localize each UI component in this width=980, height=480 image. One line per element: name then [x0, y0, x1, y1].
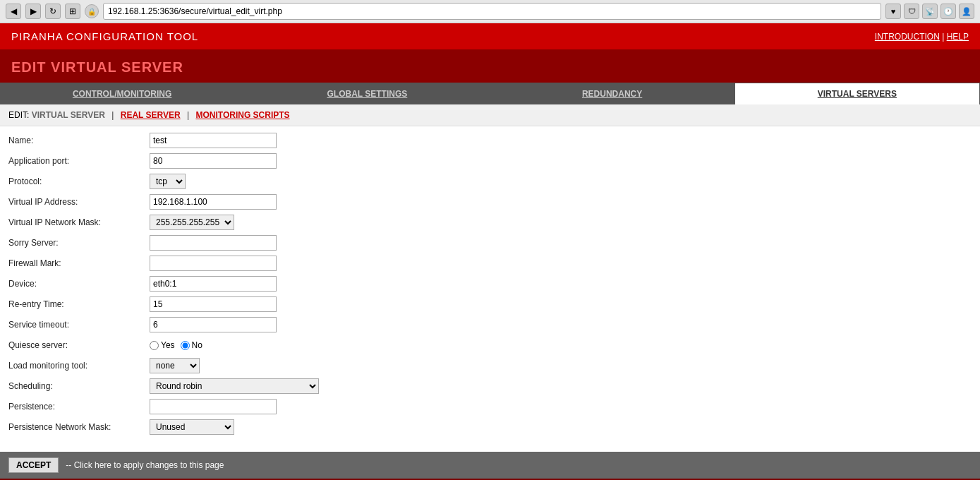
- back-button[interactable]: ◀: [6, 4, 21, 19]
- name-label: Name:: [8, 136, 150, 145]
- scheduling-row: Scheduling: Round robin Weighted round r…: [8, 378, 972, 395]
- quiesce-radio-group: Yes No: [150, 340, 202, 350]
- app-container: PIRANHA CONFIGURATION TOOL INTRODUCTION …: [0, 23, 980, 479]
- bookmark-icon[interactable]: ♥: [885, 4, 901, 19]
- vip-label: Virtual IP Address:: [8, 197, 150, 207]
- reentry-time-label: Re-entry Time:: [8, 299, 150, 309]
- rss-icon[interactable]: 📡: [922, 4, 938, 19]
- name-row: Name:: [8, 132, 972, 149]
- nav-separator-1: |: [111, 110, 116, 120]
- service-timeout-row: Service timeout:: [8, 316, 972, 333]
- app-port-input[interactable]: [150, 153, 277, 169]
- sorry-server-input[interactable]: [150, 235, 277, 251]
- protocol-label: Protocol:: [8, 176, 150, 186]
- nav-separator-2: |: [187, 110, 191, 120]
- quiesce-server-row: Quiesce server: Yes No: [8, 337, 972, 354]
- security-icon: 🔒: [85, 4, 99, 18]
- header-links: INTRODUCTION | HELP: [875, 32, 969, 42]
- vip-row: Virtual IP Address:: [8, 193, 972, 210]
- persistence-label: Persistence:: [8, 402, 150, 412]
- tab-virtual-servers[interactable]: VIRTUAL SERVERS: [735, 83, 980, 104]
- form-area: Name: Application port: Protocol: tcp ud…: [0, 126, 980, 445]
- edit-real-server-link[interactable]: REAL SERVER: [121, 110, 181, 120]
- quiesce-no-label[interactable]: No: [181, 340, 202, 350]
- edit-virtual-server-link: VIRTUAL SERVER: [32, 110, 105, 120]
- firewall-mark-input[interactable]: [150, 256, 277, 271]
- footer-bar: ACCEPT -- Click here to apply changes to…: [0, 452, 980, 479]
- browser-chrome: ◀ ▶ ↻ ⊞ 🔒 ♥ 🛡 📡 🕐 👤: [0, 0, 980, 23]
- vip-input[interactable]: [150, 194, 277, 210]
- vip-mask-row: Virtual IP Network Mask: 255.255.255.255…: [8, 214, 972, 231]
- accept-button[interactable]: ACCEPT: [8, 457, 59, 473]
- firewall-mark-row: Firewall Mark:: [8, 255, 972, 272]
- load-monitoring-row: Load monitoring tool: none rup ruptime: [8, 357, 972, 374]
- persistence-mask-label: Persistence Network Mask:: [8, 422, 150, 432]
- help-link[interactable]: HELP: [947, 32, 969, 42]
- protocol-select[interactable]: tcp udp: [150, 174, 186, 189]
- sorry-server-row: Sorry Server:: [8, 234, 972, 251]
- load-monitoring-label: Load monitoring tool:: [8, 361, 150, 371]
- scheduling-select[interactable]: Round robin Weighted round robin Least c…: [150, 378, 319, 394]
- quiesce-yes-radio[interactable]: [150, 341, 159, 350]
- nav-tabs: CONTROL/MONITORING GLOBAL SETTINGS REDUN…: [0, 83, 980, 104]
- quiesce-yes-text: Yes: [161, 340, 175, 350]
- sorry-server-label: Sorry Server:: [8, 238, 150, 248]
- app-title: PIRANHA CONFIGURATION TOOL: [11, 30, 198, 42]
- reentry-time-row: Re-entry Time:: [8, 296, 972, 313]
- protocol-row: Protocol: tcp udp: [8, 173, 972, 190]
- shield-icon[interactable]: 🛡: [904, 4, 919, 19]
- service-timeout-input[interactable]: [150, 317, 277, 332]
- tab-global-settings[interactable]: GLOBAL SETTINGS: [245, 83, 490, 104]
- introduction-link[interactable]: INTRODUCTION: [875, 32, 940, 42]
- quiesce-server-label: Quiesce server:: [8, 340, 150, 350]
- tab-redundancy[interactable]: REDUNDANCY: [490, 83, 735, 104]
- name-input[interactable]: [150, 133, 277, 148]
- edit-prefix: EDIT:: [8, 110, 29, 120]
- user-icon[interactable]: 👤: [959, 4, 974, 19]
- tab-control-monitoring[interactable]: CONTROL/MONITORING: [0, 83, 245, 104]
- brand-subtitle: CONFIGURATION TOOL: [63, 30, 198, 42]
- device-row: Device:: [8, 275, 972, 292]
- forward-button[interactable]: ▶: [25, 4, 41, 19]
- address-bar[interactable]: [103, 3, 881, 20]
- persistence-mask-row: Persistence Network Mask: Unused 255.255…: [8, 419, 972, 436]
- persistence-input[interactable]: [150, 399, 277, 414]
- quiesce-yes-label[interactable]: Yes: [150, 340, 175, 350]
- vip-mask-label: Virtual IP Network Mask:: [8, 217, 150, 227]
- app-port-label: Application port:: [8, 156, 150, 166]
- load-monitoring-select[interactable]: none rup ruptime: [150, 358, 200, 373]
- content-area: CONTROL/MONITORING GLOBAL SETTINGS REDUN…: [0, 83, 980, 479]
- scheduling-label: Scheduling:: [8, 381, 150, 391]
- quiesce-no-text: No: [192, 340, 202, 350]
- app-header: PIRANHA CONFIGURATION TOOL INTRODUCTION …: [0, 23, 980, 49]
- app-port-row: Application port:: [8, 152, 972, 169]
- edit-nav: EDIT: VIRTUAL SERVER | REAL SERVER | MON…: [0, 104, 980, 126]
- persistence-row: Persistence:: [8, 398, 972, 415]
- vip-mask-select[interactable]: 255.255.255.255 255.255.255.0 255.255.0.…: [150, 215, 234, 230]
- device-label: Device:: [8, 279, 150, 289]
- footer-message: -- Click here to apply changes to this p…: [66, 460, 224, 470]
- history-icon[interactable]: 🕐: [940, 4, 956, 19]
- grid-button[interactable]: ⊞: [65, 4, 80, 19]
- firewall-mark-label: Firewall Mark:: [8, 258, 150, 268]
- quiesce-no-radio[interactable]: [181, 341, 190, 350]
- persistence-mask-select[interactable]: Unused 255.255.255.255 255.255.255.0: [150, 419, 234, 435]
- device-input[interactable]: [150, 276, 277, 292]
- edit-monitoring-scripts-link[interactable]: MONITORING SCRIPTS: [195, 110, 289, 120]
- page-title: EDIT VIRTUAL SERVER: [0, 49, 980, 83]
- reentry-time-input[interactable]: [150, 296, 277, 312]
- service-timeout-label: Service timeout:: [8, 320, 150, 330]
- reload-button[interactable]: ↻: [45, 4, 61, 19]
- brand-name: PIRANHA: [11, 30, 63, 42]
